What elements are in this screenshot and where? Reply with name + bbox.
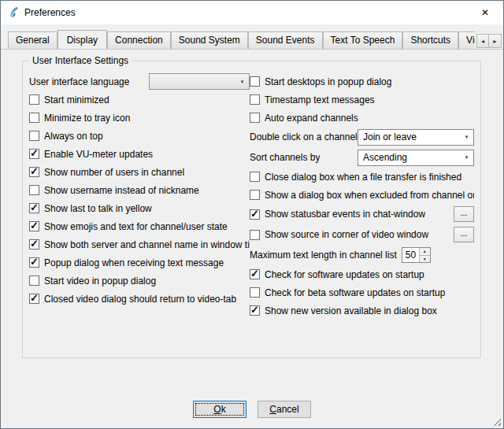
checkbox-row[interactable]: ✓ Show new version available in dialog b… xyxy=(250,301,474,320)
tab-label: Connection xyxy=(115,35,163,46)
checkbox[interactable]: ✓ xyxy=(250,94,260,105)
ok-button[interactable]: Ok xyxy=(193,401,246,418)
checkbox-row[interactable]: ✓ Closed video dialog should return to v… xyxy=(29,290,250,308)
tab-scroll-right-icon[interactable]: ► xyxy=(489,34,502,48)
tab[interactable]: Shortcuts xyxy=(402,31,458,49)
checkbox-label: Closed video dialog should return to vid… xyxy=(44,294,236,305)
tab[interactable]: Video xyxy=(458,31,475,49)
checkbox-row[interactable]: ✓ Popup dialog when receiving text messa… xyxy=(29,253,250,272)
checkbox-label: Always on top xyxy=(44,131,103,142)
sort-channels-value: Ascending xyxy=(358,152,460,163)
checkbox-row[interactable]: ✓ Show username instead of nickname xyxy=(29,181,250,199)
max-text-length-value[interactable]: 50 xyxy=(402,248,419,262)
double-click-value: Join or leave xyxy=(358,131,460,142)
statusbar-events-browse-button[interactable]: ... xyxy=(454,206,474,222)
tab[interactable]: Sound Events xyxy=(248,31,323,49)
tab[interactable]: General xyxy=(8,31,57,49)
checkbox[interactable]: ✓ xyxy=(250,287,260,298)
tab-label: Sound System xyxy=(179,35,240,46)
checkbox-label: Close dialog box when a file transfer is… xyxy=(265,172,461,183)
checkbox-row[interactable]: ✓ Start video in popup dialog xyxy=(29,272,250,290)
tab-scroll-control: ◄ ► xyxy=(476,34,502,48)
checkbox-row[interactable]: ✓ Auto expand channels xyxy=(250,109,474,127)
tab-label: General xyxy=(16,35,50,46)
checkbox[interactable]: ✓ xyxy=(29,94,39,105)
tab[interactable]: Connection xyxy=(107,31,171,49)
checkbox[interactable]: ✓ xyxy=(29,185,39,195)
cancel-button-label: Cancel xyxy=(269,404,298,415)
double-click-select[interactable]: Join or leave ▾ xyxy=(358,129,474,146)
checkbox[interactable]: ✓ xyxy=(250,269,260,279)
checkbox-label: Show number of users in channel xyxy=(44,167,184,178)
tab-label: Video xyxy=(466,35,475,46)
double-click-row: Double click on a channel Join or leave … xyxy=(250,127,474,147)
tab[interactable]: Display xyxy=(57,30,107,49)
spin-down-icon[interactable]: ▼ xyxy=(419,255,430,263)
checkbox-row[interactable]: ✓ Check for beta software updates on sta… xyxy=(250,283,474,301)
checkbox-row[interactable]: ✓ Always on top xyxy=(29,127,250,145)
checkbox[interactable]: ✓ xyxy=(250,113,260,123)
checkbox[interactable]: ✓ xyxy=(29,131,39,141)
max-text-length-row: Maximum text length in channel list 50 ▲… xyxy=(250,245,474,265)
language-label: User interface language xyxy=(29,76,129,87)
checkbox[interactable]: ✓ xyxy=(29,276,39,286)
checkbox-label: Show last to talk in yellow xyxy=(44,203,152,214)
checkbox-label: Show both server and channel name in win… xyxy=(44,239,250,250)
spinner-buttons: ▲ ▼ xyxy=(419,248,430,262)
checkbox-row[interactable]: ✓ Show both server and channel name in w… xyxy=(29,235,250,253)
checkbox-row[interactable]: ✓ Check for software updates on startup xyxy=(250,265,474,283)
checkbox[interactable]: ✓ xyxy=(250,76,260,87)
checkbox[interactable]: ✓ xyxy=(29,239,39,250)
cancel-button[interactable]: Cancel xyxy=(258,401,311,418)
checkbox-row[interactable]: ✓ Timestamp text messages xyxy=(250,91,474,109)
checkmark-icon: ✓ xyxy=(30,165,39,177)
checkmark-icon: ✓ xyxy=(250,268,259,279)
checkbox[interactable]: ✓ xyxy=(250,172,260,182)
checkbox-row[interactable]: ✓ Show a dialog box when excluded from c… xyxy=(250,186,474,204)
right-checkbox-list-bottom: ✓ Check for software updates on startup … xyxy=(250,265,474,320)
checkbox[interactable]: ✓ xyxy=(29,113,39,123)
video-source-checkbox[interactable]: ✓ xyxy=(250,230,260,240)
checkbox-row[interactable]: ✓ Start desktops in popup dialog xyxy=(250,72,474,91)
max-text-length-spinner[interactable]: 50 ▲ ▼ xyxy=(402,247,431,263)
sort-channels-select[interactable]: Ascending ▾ xyxy=(358,150,474,166)
checkbox[interactable]: ✓ xyxy=(29,167,39,177)
checkmark-icon: ✓ xyxy=(30,256,39,268)
checkbox-row[interactable]: ✓ Show emojis and text for channel/user … xyxy=(29,217,250,235)
video-source-browse-button[interactable]: ... xyxy=(454,227,474,242)
app-icon xyxy=(7,6,20,19)
ok-button-label: Ok xyxy=(213,404,225,415)
checkbox-row[interactable]: ✓ Enable VU-meter updates xyxy=(29,145,250,163)
tab[interactable]: Text To Speech xyxy=(323,31,403,49)
language-row: User interface language ▾ xyxy=(29,72,250,91)
checkbox[interactable]: ✓ xyxy=(250,305,260,316)
double-click-label: Double click on a channel xyxy=(250,131,358,142)
language-select[interactable]: ▾ xyxy=(149,73,250,90)
checkbox-label: Check for beta software updates on start… xyxy=(265,287,445,298)
checkbox-row[interactable]: ✓ Minimize to tray icon xyxy=(29,109,250,127)
left-checkbox-list: ✓ Start minimized ✓ Minimize to tray ico… xyxy=(29,91,250,308)
checkbox-row[interactable]: ✓ Start minimized xyxy=(29,91,250,109)
checkbox[interactable]: ✓ xyxy=(29,257,39,268)
checkbox[interactable]: ✓ xyxy=(29,221,39,231)
checkbox-row[interactable]: ✓ Show number of users in channel xyxy=(29,163,250,181)
checkbox[interactable]: ✓ xyxy=(29,294,39,304)
checkbox-row[interactable]: ✓ Close dialog box when a file transfer … xyxy=(250,168,474,186)
video-source-row: ✓ Show source in corner of video window … xyxy=(250,224,474,245)
checkbox-row[interactable]: ✓ Show last to talk in yellow xyxy=(29,199,250,217)
checkbox-label: Show new version available in dialog box xyxy=(265,305,437,316)
spin-up-icon[interactable]: ▲ xyxy=(419,248,430,255)
tab-scroll-left-icon[interactable]: ◄ xyxy=(476,34,489,48)
title-bar[interactable]: Preferences ✕ xyxy=(1,1,503,24)
chevron-down-icon: ▾ xyxy=(460,154,473,161)
checkbox[interactable]: ✓ xyxy=(250,190,260,200)
checkbox[interactable]: ✓ xyxy=(29,149,39,159)
statusbar-events-checkbox[interactable]: ✓ xyxy=(250,209,260,220)
close-icon[interactable]: ✕ xyxy=(467,1,503,24)
checkbox-label: Start minimized xyxy=(44,94,109,105)
tab[interactable]: Sound System xyxy=(171,31,248,49)
checkbox-label: Timestamp text messages xyxy=(265,94,375,105)
checkbox[interactable]: ✓ xyxy=(29,203,39,213)
tab-bar: General Display Connection Sound System … xyxy=(1,24,503,50)
sort-channels-row: Sort channels by Ascending ▾ xyxy=(250,147,474,168)
